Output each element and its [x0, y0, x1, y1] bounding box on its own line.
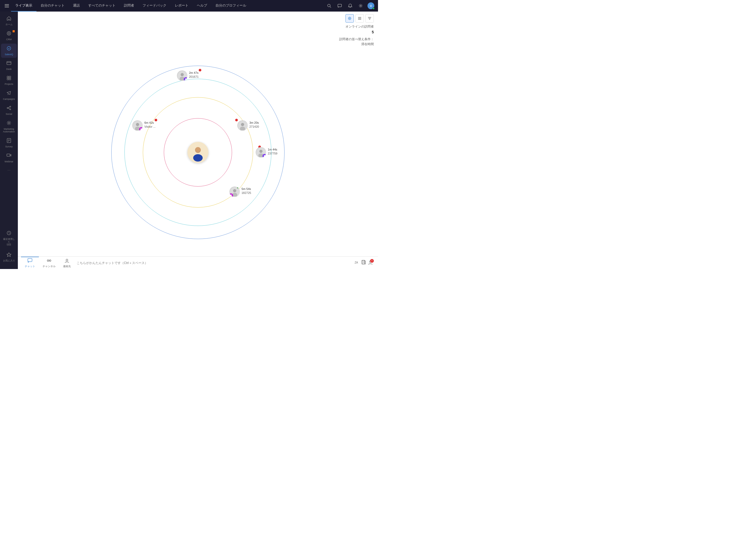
- nav-live-view[interactable]: ライブ表示: [11, 0, 36, 12]
- desk-icon: [6, 60, 12, 67]
- sidebar-bottom: 最近使用した項目 お気に入り: [1, 228, 17, 267]
- search-icon[interactable]: [325, 2, 333, 10]
- sidebar-item-webinar[interactable]: Webinar: [1, 151, 17, 165]
- svg-line-21: [8, 108, 10, 109]
- svg-point-57: [47, 260, 49, 261]
- visitor-3-avatar[interactable]: [237, 120, 248, 131]
- visitor-2-info: 6m 42s Visitor ...: [144, 121, 156, 129]
- svg-rect-5: [338, 4, 342, 7]
- filter-button[interactable]: [365, 14, 374, 23]
- svg-point-19: [10, 109, 11, 110]
- content-area: オンラインの訪問者 5 訪問者の並べ替え条件： 滞在時間: [18, 12, 378, 269]
- info-panel: オンラインの訪問者 5 訪問者の並べ替え条件： 滞在時間: [18, 23, 378, 48]
- notification-badge: 5: [370, 259, 374, 263]
- visitor-2-avatar[interactable]: ✱: [132, 120, 143, 131]
- visitor-1-status-icon: ✱: [184, 77, 187, 81]
- svg-point-30: [349, 18, 350, 19]
- visitor-4-avatar[interactable]: ✱: [256, 147, 266, 158]
- document-icon[interactable]: [361, 260, 366, 266]
- nav-calls[interactable]: 通話: [69, 0, 84, 12]
- sidebar-item-survey[interactable]: Survey: [1, 136, 17, 150]
- visitor-1-avatar[interactable]: ✱: [177, 71, 187, 81]
- svg-rect-12: [7, 76, 9, 78]
- sidebar-more-dots[interactable]: ···: [7, 166, 11, 174]
- nav-my-chat[interactable]: 自分のチャット: [36, 0, 69, 12]
- recent-icon: [6, 230, 12, 237]
- main-layout: ホーム CRM: [0, 12, 378, 269]
- svg-text:ZA: ZA: [354, 261, 358, 264]
- svg-rect-1: [5, 6, 9, 6]
- sidebar-item-home[interactable]: ホーム: [1, 14, 17, 28]
- bottom-tab-channel[interactable]: チャンネル: [39, 257, 59, 269]
- visitor-5-avatar[interactable]: 🇮🇳 ✱: [229, 187, 240, 197]
- svg-point-22: [8, 122, 10, 124]
- channel-tab-icon: [47, 258, 51, 264]
- nav-help[interactable]: ヘルプ: [193, 0, 211, 12]
- orbit-dot-1: [199, 69, 201, 72]
- sidebar-item-projects[interactable]: Projects: [1, 73, 17, 88]
- orbit-view-button[interactable]: [346, 14, 354, 23]
- sidebar-item-campaigns[interactable]: Campaigns: [1, 88, 17, 103]
- sidebar-item-salesiq[interactable]: SalesIQ: [1, 44, 17, 58]
- chat-icon[interactable]: [336, 2, 343, 10]
- sidebar: ホーム CRM: [0, 12, 18, 269]
- agent-center-avatar[interactable]: [187, 142, 209, 163]
- visitor-node-3[interactable]: 3m 20s 271420: [237, 120, 259, 131]
- svg-rect-10: [7, 62, 11, 65]
- nav-profile[interactable]: 自分のプロフィール: [211, 0, 251, 12]
- nav-all-chats[interactable]: すべてのチャット: [84, 0, 120, 12]
- visitor-5-flag: 🇮🇳: [236, 187, 240, 189]
- visitor-5-info: 5m 54s 182725: [242, 187, 251, 195]
- marketing-automation-icon: [6, 120, 12, 127]
- svg-point-51: [260, 150, 262, 153]
- nav-visitors[interactable]: 訪問者: [120, 0, 138, 12]
- quick-chat-input[interactable]: [77, 261, 352, 265]
- visitor-1-info: 2m 47s 201671: [189, 71, 199, 79]
- nav-reports[interactable]: レポート: [170, 0, 193, 12]
- orbit-system: ✱ 2m 47s 201671: [106, 60, 290, 244]
- sidebar-item-recent[interactable]: 最近使用した項目: [1, 228, 17, 248]
- svg-point-8: [8, 32, 10, 34]
- svg-point-6: [360, 5, 361, 7]
- user-avatar[interactable]: U: [367, 2, 374, 9]
- hamburger-menu[interactable]: [3, 0, 11, 12]
- svg-line-16: [8, 93, 8, 95]
- svg-rect-13: [9, 76, 11, 78]
- favorites-icon: [6, 252, 12, 258]
- bottom-tab-contacts[interactable]: 連絡先: [59, 257, 74, 269]
- toolbar: [18, 12, 378, 23]
- orbit-dot-3: [235, 119, 238, 121]
- person-icon[interactable]: 5: [368, 260, 373, 266]
- sidebar-item-marketing-automation[interactable]: MarketingAutomation: [1, 118, 17, 135]
- survey-icon: [6, 138, 12, 144]
- online-status-dot: [372, 7, 375, 10]
- sidebar-item-crm[interactable]: CRM: [1, 28, 17, 43]
- settings-icon[interactable]: [357, 2, 364, 10]
- social-icon: [6, 105, 12, 112]
- visitor-3-info: 3m 20s 271420: [249, 121, 259, 129]
- visitor-node-5[interactable]: 🇮🇳 ✱ 5m 54s 182725: [229, 187, 251, 197]
- nav-right-icons: U: [325, 2, 378, 10]
- svg-rect-62: [362, 260, 365, 264]
- sidebar-item-favorites[interactable]: お気に入り: [1, 250, 17, 264]
- nav-feedback[interactable]: フィードバック: [138, 0, 170, 12]
- sidebar-item-desk[interactable]: Desk: [1, 58, 17, 73]
- projects-icon: [6, 76, 12, 82]
- list-view-button[interactable]: [355, 14, 364, 23]
- svg-line-20: [8, 107, 10, 108]
- salesiq-icon: [6, 46, 12, 52]
- visitor-node-2[interactable]: ✱ 6m 42s Visitor ...: [132, 120, 156, 131]
- visitor-node-1[interactable]: ✱ 2m 47s 201671: [177, 71, 199, 81]
- translate-icon[interactable]: ZA: [354, 260, 359, 266]
- notification-icon[interactable]: [347, 2, 354, 10]
- sidebar-item-social[interactable]: Social: [1, 103, 17, 118]
- svg-rect-2: [5, 7, 9, 7]
- sort-label: 訪問者の並べ替え条件：: [339, 37, 374, 41]
- bottom-tab-chat[interactable]: チャット: [21, 257, 39, 269]
- visitor-4-status-icon: ✱: [262, 154, 266, 158]
- svg-point-42: [181, 73, 184, 76]
- crm-icon: [6, 31, 12, 37]
- visitor-node-4[interactable]: ✱ 1m 44s 237759: [256, 147, 277, 158]
- svg-point-18: [10, 106, 11, 107]
- visitor-4-info: 1m 44s 237759: [268, 148, 277, 156]
